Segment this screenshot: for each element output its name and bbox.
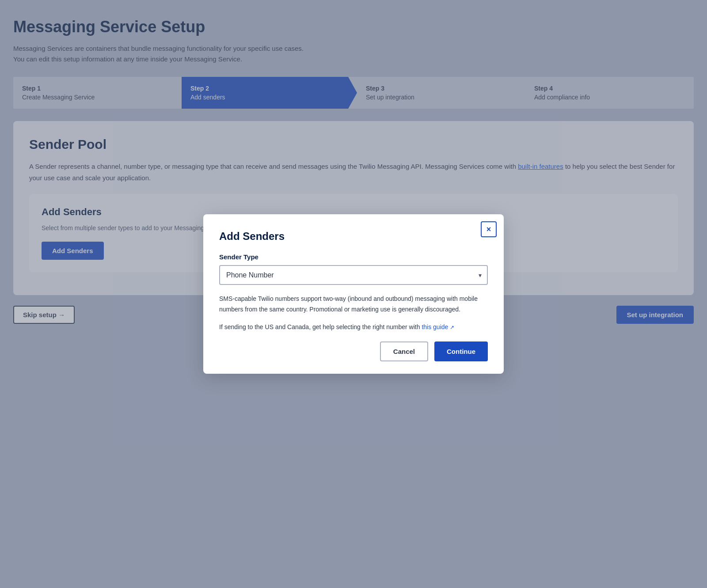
modal-title: Add Senders xyxy=(219,230,488,243)
this-guide-link[interactable]: this guide xyxy=(422,323,454,330)
add-senders-modal: × Add Senders Sender Type Phone Number A… xyxy=(203,214,504,373)
modal-overlay: × Add Senders Sender Type Phone Number A… xyxy=(0,0,707,588)
sender-type-select-wrapper: Phone Number Alphanumeric Sender ID Shor… xyxy=(219,265,488,285)
cancel-button[interactable]: Cancel xyxy=(380,341,428,361)
continue-button[interactable]: Continue xyxy=(434,341,488,361)
modal-description: SMS-capable Twilio numbers support two-w… xyxy=(219,294,488,332)
sender-type-label: Sender Type xyxy=(219,253,488,261)
modal-footer: Cancel Continue xyxy=(219,341,488,361)
modal-close-button[interactable]: × xyxy=(481,221,497,237)
sender-type-select[interactable]: Phone Number Alphanumeric Sender ID Shor… xyxy=(219,265,488,285)
